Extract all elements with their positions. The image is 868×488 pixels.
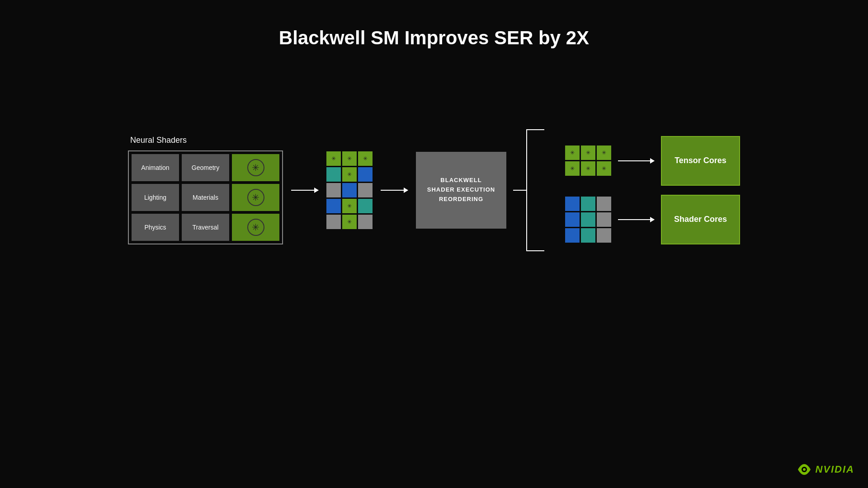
output-green-grid: ✳ ✳ ✳ ✳ ✳ ✳ — [565, 145, 611, 176]
cell-geometry: Geometry — [182, 154, 229, 181]
img-cell: ✳ — [342, 151, 357, 166]
img-cell — [326, 215, 341, 229]
arrow-1 — [291, 190, 318, 191]
out-cell — [565, 197, 580, 211]
output-bottom-row: Shader Cores — [565, 195, 740, 244]
tensor-cores-label: Tensor Cores — [675, 156, 726, 165]
cell-animation: Animation — [132, 154, 179, 181]
img-cell — [358, 215, 373, 229]
ser-box: BLACKWELL SHADER EXECUTION REORDERING — [416, 152, 506, 229]
cell-lighting: Lighting — [132, 184, 179, 211]
icon-circle-2: ✳ — [247, 189, 264, 206]
img-cell — [342, 183, 357, 197]
cell-icon-2: ✳ — [232, 184, 279, 211]
img-cell: ✳ — [358, 151, 373, 166]
cell-icon-3: ✳ — [232, 214, 279, 241]
page-title: Blackwell SM Improves SER by 2X — [0, 0, 868, 49]
img-cell — [326, 183, 341, 197]
out-cell — [597, 197, 611, 211]
fork-vertical — [526, 129, 527, 251]
img-cell: ✳ — [342, 215, 357, 229]
nvidia-eye-icon — [797, 462, 811, 477]
arrow-to-tensor — [618, 160, 654, 161]
ser-line1: BLACKWELL — [440, 176, 481, 185]
svg-point-1 — [803, 468, 806, 471]
ser-line2: SHADER EXECUTION — [427, 185, 495, 195]
neural-shaders-label: Neural Shaders — [130, 136, 187, 145]
ser-line3: REORDERING — [439, 195, 483, 204]
img-cell — [358, 183, 373, 197]
arrow-line-2 — [381, 190, 408, 191]
img-cell: ✳ — [342, 167, 357, 182]
arrow-to-shader — [618, 219, 654, 220]
output-section: ✳ ✳ ✳ ✳ ✳ ✳ Tensor Cores — [565, 136, 740, 244]
icon-circle-3: ✳ — [247, 219, 264, 236]
out-cell: ✳ — [581, 145, 595, 160]
out-cell: ✳ — [565, 145, 580, 160]
fork-top-h — [526, 129, 544, 130]
arrow-head — [650, 158, 655, 164]
img-cell — [326, 199, 341, 213]
shader-grid: Animation Geometry ✳ Lighting Materials … — [128, 150, 283, 244]
arrow-head — [650, 217, 655, 222]
out-cell: ✳ — [597, 161, 611, 176]
out-cell — [581, 228, 595, 243]
output-mixed-grid — [565, 197, 611, 243]
fork-section — [513, 190, 558, 191]
cell-physics: Physics — [132, 214, 179, 241]
out-cell — [565, 212, 580, 227]
icon-circle-1: ✳ — [247, 159, 264, 176]
nvidia-text: NVIDIA — [815, 464, 854, 475]
tensor-cores-box: Tensor Cores — [661, 136, 740, 186]
cell-traversal: Traversal — [182, 214, 229, 241]
arrow-2 — [381, 190, 408, 191]
out-cell: ✳ — [581, 161, 595, 176]
out-cell: ✳ — [597, 145, 611, 160]
ser-out-line — [513, 190, 527, 191]
shader-cores-box: Shader Cores — [661, 195, 740, 244]
snowflake-icon-2: ✳ — [252, 192, 259, 203]
out-cell — [581, 197, 595, 211]
out-cell — [597, 228, 611, 243]
snowflake-icon-3: ✳ — [252, 222, 259, 233]
img-cell — [358, 167, 373, 182]
img-cell — [358, 199, 373, 213]
cell-materials: Materials — [182, 184, 229, 211]
out-cell: ✳ — [565, 161, 580, 176]
out-cell — [565, 228, 580, 243]
diagram-container: Neural Shaders Animation Geometry ✳ Ligh… — [0, 136, 868, 244]
img-cell: ✳ — [326, 151, 341, 166]
nvidia-logo: NVIDIA — [797, 462, 854, 477]
input-mixed-grid: ✳ ✳ ✳ ✳ ✳ ✳ — [326, 151, 373, 229]
cell-icon-1: ✳ — [232, 154, 279, 181]
arrow-line-1 — [291, 190, 318, 191]
out-cell — [581, 212, 595, 227]
output-top-row: ✳ ✳ ✳ ✳ ✳ ✳ Tensor Cores — [565, 136, 740, 186]
img-cell: ✳ — [342, 199, 357, 213]
fork-bottom-h — [526, 250, 544, 251]
shader-cores-label: Shader Cores — [674, 215, 727, 224]
neural-shaders-section: Neural Shaders Animation Geometry ✳ Ligh… — [128, 136, 283, 244]
out-cell — [597, 212, 611, 227]
snowflake-icon-1: ✳ — [252, 162, 259, 173]
img-cell — [326, 167, 341, 182]
